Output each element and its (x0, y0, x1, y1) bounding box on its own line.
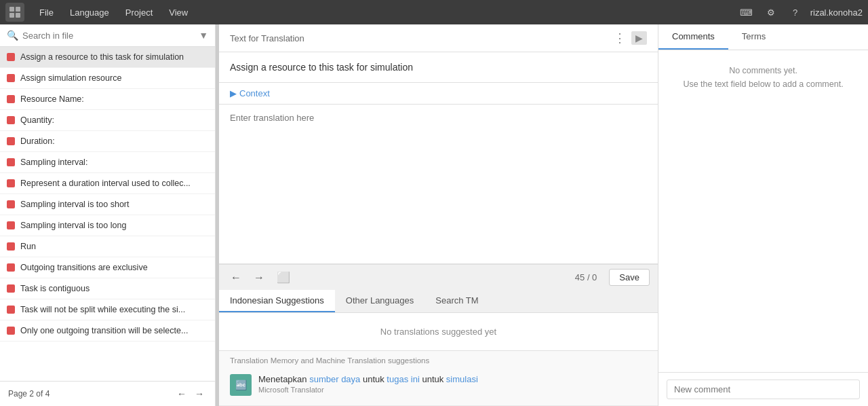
no-suggestions-text: No translations suggested yet (380, 327, 496, 337)
list-item[interactable]: Task is contiguous (0, 278, 215, 299)
item-text: Sampling interval is too long (20, 221, 126, 230)
help-icon[interactable]: ? (786, 3, 805, 22)
tab-terms[interactable]: Terms (728, 24, 779, 50)
item-text: Task is contiguous (20, 284, 90, 293)
tab-search-tm[interactable]: Search TM (425, 290, 489, 312)
list-item[interactable]: Task will not be split while executing t… (0, 299, 215, 320)
menu-view[interactable]: View (162, 5, 195, 20)
new-comment-input[interactable] (667, 380, 860, 399)
right-content: No comments yet. Use the text field belo… (658, 50, 868, 372)
search-input[interactable] (22, 31, 195, 41)
right-tabs: Comments Terms (658, 24, 868, 50)
username: rizal.konoha2 (810, 7, 863, 18)
nav-arrows: ← → (174, 387, 207, 401)
list-item[interactable]: Represent a duration interval used to co… (0, 173, 215, 194)
prev-page-button[interactable]: ← (174, 387, 189, 401)
right-footer (658, 372, 868, 406)
tm-highlight: ini (411, 374, 420, 384)
item-text: Duration: (20, 136, 55, 146)
list-item[interactable]: Outgoing transitions are exclusive (0, 257, 215, 278)
list-item[interactable]: Assign simulation resource (0, 68, 215, 89)
translation-input-area (219, 105, 658, 264)
context-label: Context (239, 88, 270, 98)
status-dot (7, 158, 15, 166)
item-text: Sampling interval: (20, 158, 87, 167)
item-text: Assign simulation resource (20, 73, 121, 83)
status-dot (7, 263, 15, 272)
tab-comments[interactable]: Comments (658, 24, 728, 50)
tm-highlight: simulasi (446, 374, 478, 384)
sidebar-footer: Page 2 of 4 ← → (0, 381, 215, 406)
svg-rect-0 (9, 7, 14, 12)
list-item[interactable]: Run (0, 236, 215, 257)
item-text: Task will not be split while executing t… (20, 305, 185, 314)
center-panel: Text for Translation ⋮ ▶ Assign a resour… (219, 24, 658, 406)
list-item[interactable]: Sampling interval is too short (0, 194, 215, 215)
status-dot (7, 306, 15, 314)
suggestions-area: No translations suggested yet (219, 313, 658, 351)
svg-rect-2 (9, 13, 14, 18)
status-dot (7, 221, 15, 229)
menu-language[interactable]: Language (63, 5, 116, 20)
collapse-button[interactable]: ▶ (631, 31, 647, 45)
app-icon (5, 3, 24, 22)
tm-highlight: sumber daya (309, 374, 360, 384)
status-dot (7, 74, 15, 82)
context-button[interactable]: ▶ Context (230, 88, 270, 98)
menu-bar: File Language Project View ⌨ ⚙ ? rizal.k… (0, 0, 868, 24)
source-text-area: Assign a resource to this task for simul… (219, 52, 658, 83)
page-label: Page 2 of 4 (8, 389, 50, 399)
sidebar: 🔍 ▼ Assign a resource to this task for s… (0, 24, 216, 406)
item-text: Quantity: (20, 115, 54, 125)
list-item[interactable]: Resource Name: (0, 89, 215, 110)
save-button[interactable]: Save (609, 269, 650, 286)
status-dot (7, 327, 15, 335)
more-options-button[interactable]: ⋮ (614, 32, 626, 44)
tm-item[interactable]: 🔤 Menetapkan sumber daya untuk tugas ini… (230, 370, 647, 400)
tm-provider-name: Microsoft Translator (258, 386, 478, 394)
next-page-button[interactable]: → (192, 387, 207, 401)
no-comments-line1: No comments yet. (669, 64, 857, 77)
prev-segment-button[interactable]: ← (227, 270, 245, 286)
main-layout: 🔍 ▼ Assign a resource to this task for s… (0, 24, 868, 406)
tab-indonesian-suggestions[interactable]: Indonesian Suggestions (219, 290, 335, 312)
filter-icon[interactable]: ▼ (199, 30, 208, 41)
no-comments-line2: Use the text field below to add a commen… (669, 77, 857, 91)
status-dot (7, 53, 15, 61)
list-item[interactable]: Assign a resource to this task for simul… (0, 47, 215, 68)
right-panel: Comments Terms No comments yet. Use the … (658, 24, 868, 406)
search-bar: 🔍 ▼ (0, 24, 215, 47)
next-segment-button[interactable]: → (250, 270, 268, 286)
menu-project[interactable]: Project (119, 5, 159, 20)
tm-provider-icon: 🔤 (230, 374, 252, 396)
item-text: Run (20, 242, 36, 251)
list-item[interactable]: Sampling interval is too long (0, 215, 215, 236)
context-row: ▶ Context (219, 83, 658, 105)
list-item[interactable]: Quantity: (0, 110, 215, 131)
char-count: 45 / 0 (575, 272, 597, 282)
keyboard-icon[interactable]: ⌨ (737, 3, 756, 22)
settings-icon[interactable]: ⚙ (762, 3, 781, 22)
translation-toolbar: ← → ⬜ 45 / 0 Save (219, 264, 658, 290)
copy-source-button[interactable]: ⬜ (273, 269, 294, 286)
item-text: Represent a duration interval used to co… (20, 179, 191, 188)
item-text: Outgoing transitions are exclusive (20, 263, 148, 272)
list-item[interactable]: Duration: (0, 131, 215, 152)
search-icon: 🔍 (7, 30, 18, 41)
tm-item-content: Menetapkan sumber daya untuk tugas ini u… (258, 374, 478, 394)
svg-rect-3 (16, 13, 20, 18)
status-dot (7, 242, 15, 251)
tab-other-languages[interactable]: Other Languages (335, 290, 425, 312)
svg-rect-1 (16, 7, 20, 12)
translation-header: Text for Translation ⋮ ▶ (219, 24, 658, 52)
status-dot (7, 284, 15, 293)
tm-translated-text: Menetapkan sumber daya untuk tugas ini u… (258, 374, 478, 384)
item-text: Assign a resource to this task for simul… (20, 52, 184, 62)
list-item[interactable]: Sampling interval: (0, 152, 215, 173)
tm-label: Translation Memory and Machine Translati… (230, 356, 647, 365)
list-item[interactable]: Only one outgoing transition will be sel… (0, 320, 215, 342)
menu-file[interactable]: File (33, 5, 60, 20)
item-text: Sampling interval is too short (20, 200, 130, 209)
menu-right: ⌨ ⚙ ? rizal.konoha2 (737, 3, 863, 22)
translation-input[interactable] (230, 113, 647, 167)
